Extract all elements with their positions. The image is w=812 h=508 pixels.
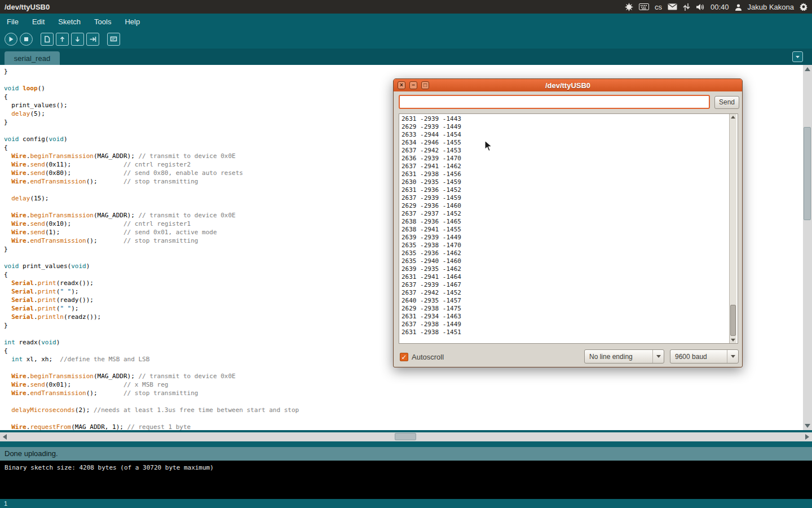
code-line: Wire.endTransmission(); // stop transmit… [4,389,803,397]
menu-item-edit[interactable]: Edit [32,17,45,26]
serial-output-line: 2637 -2938 -1449 [401,321,735,329]
baud-rate-dropdown[interactable]: 9600 baud [670,349,739,364]
serial-scroll-up-icon[interactable] [731,116,735,119]
menu-item-tools[interactable]: Tools [94,17,111,26]
code-line [4,414,803,423]
serial-output-line: 2637 -2941 -1462 [401,163,735,170]
serial-monitor-titlebar[interactable]: × – □ /dev/ttyUSB0 [394,79,742,91]
keyboard-layout-indicator[interactable]: cs [655,3,662,11]
serial-output-line: 2634 -2946 -1455 [401,139,735,147]
serial-output-line: 2631 -2939 -1443 [401,115,735,123]
keyboard-icon[interactable] [639,3,649,10]
code-line [4,397,803,406]
new-button[interactable] [41,33,54,46]
serial-output-line: 2635 -2940 -1460 [401,257,735,265]
menu-item-file[interactable]: File [7,17,19,26]
serial-output-line: 2638 -2941 -1455 [401,226,735,234]
serial-output-line: 2631 -2936 -1452 [401,186,735,194]
code-line: } [4,67,803,76]
send-button[interactable]: Send [714,96,739,109]
serial-output-line: 2629 -2939 -1449 [401,123,735,131]
upload-icon [89,36,96,43]
top-panel: /dev/ttyUSB0 cs 00:40 Jakub Kakona [0,0,812,14]
editor-horizontal-scrollbar[interactable] [0,432,812,441]
serial-output-line: 2637 -2939 -1459 [401,194,735,202]
serial-output-line: 2639 -2935 -1462 [401,265,735,273]
serial-output-line: 2637 -2942 -1453 [401,147,735,155]
editor-vertical-scrollbar[interactable] [803,65,812,430]
tab-menu-button[interactable] [792,51,803,62]
editor-hscroll-thumb[interactable] [395,433,416,440]
upload-button[interactable] [86,33,99,46]
stop-icon [23,36,30,43]
username[interactable]: Jakub Kakona [748,3,794,11]
tab-menu-icon [795,52,801,62]
serial-output-line: 2629 -2938 -1475 [401,305,735,313]
scroll-down-arrow-icon[interactable] [805,424,810,428]
code-line: Wire.send(0x01); // x MSB reg [4,380,803,389]
scroll-left-arrow-icon[interactable] [3,434,7,440]
serial-icon [110,36,117,43]
verify-button[interactable] [5,33,17,46]
volume-icon[interactable] [696,3,705,11]
line-ending-dropdown[interactable]: No line ending [584,349,664,364]
serial-monitor-button[interactable] [107,33,120,46]
console-output: Binary sketch size: 4208 bytes (of a 307… [0,461,812,499]
clock[interactable]: 00:40 [710,3,729,11]
serial-output-line: 2631 -2941 -1464 [401,273,735,281]
open-button[interactable] [56,33,69,46]
serial-scroll-down-icon[interactable] [731,339,735,341]
menu-item-sketch[interactable]: Sketch [58,17,81,26]
line-ending-value: No line ending [585,353,652,361]
serial-output-line: 2639 -2939 -1449 [401,234,735,242]
mail-icon[interactable] [668,3,677,10]
indicator-icon[interactable] [625,3,633,11]
serial-output-line: 2635 -2938 -1470 [401,242,735,249]
open-icon [59,36,66,43]
line-indicator-bar: 1 [0,499,812,508]
scroll-up-arrow-icon[interactable] [805,67,810,71]
window-maximize-button[interactable]: □ [421,81,429,89]
serial-scroll-thumb[interactable] [730,305,736,336]
serial-output-line: 2637 -2942 -1452 [401,289,735,297]
serial-output-line: 2637 -2939 -1467 [401,281,735,289]
autoscroll-checkbox[interactable]: ✓ [400,353,408,361]
toolbar [0,29,812,49]
serial-monitor-window: × – □ /dev/ttyUSB0 Send 2631 -2939 -1443… [393,78,743,367]
code-line: Wire.beginTransmission(MAG_ADDR); // tra… [4,372,803,380]
window-minimize-button[interactable]: – [409,81,417,89]
serial-output-scrollbar[interactable] [729,114,736,343]
status-message: Done uploading. [5,449,58,458]
serial-send-input[interactable] [399,95,710,109]
serial-monitor-controls: ✓ Autoscroll No line ending 9600 baud [394,349,742,365]
line-indicator: 1 [4,500,7,507]
dropdown-arrow-icon[interactable] [652,350,664,363]
window-close-button[interactable]: × [398,81,405,89]
serial-output-line: 2629 -2936 -1460 [401,202,735,210]
dropdown-arrow-icon[interactable] [727,350,738,363]
tab-label: serial_read [14,54,50,63]
serial-output-line: 2635 -2936 -1462 [401,249,735,257]
mouse-cursor [484,140,495,155]
editor-vscroll-thumb[interactable] [804,127,811,220]
serial-output-line: 2636 -2939 -1470 [401,155,735,163]
save-icon [74,36,81,43]
code-line: delayMicroseconds(2); //needs at least 1… [4,406,803,414]
serial-output-line: 2630 -2935 -1459 [401,178,735,186]
verify-icon [7,36,15,43]
user-icon[interactable] [735,3,742,11]
serial-output-area[interactable]: 2631 -2939 -14432629 -2939 -14492633 -29… [399,113,738,344]
serial-output-line: 2633 -2944 -1454 [401,131,735,139]
serial-output-line: 2631 -2934 -1463 [401,313,735,321]
status-bar: Done uploading. [0,447,812,461]
scroll-right-arrow-icon[interactable] [805,434,809,440]
session-gear-icon[interactable] [800,3,807,11]
menu-item-help[interactable]: Help [125,17,140,26]
menu-bar: FileEditSketchToolsHelp [0,14,812,29]
stop-button[interactable] [20,33,33,46]
network-sync-icon[interactable] [683,3,690,11]
save-button[interactable] [71,33,84,46]
code-line: Wire.requestFrom(MAG_ADDR, 1); // reques… [4,423,803,430]
serial-output-line: 2640 -2935 -1457 [401,297,735,305]
tab-serial-read[interactable]: serial_read [5,51,60,65]
